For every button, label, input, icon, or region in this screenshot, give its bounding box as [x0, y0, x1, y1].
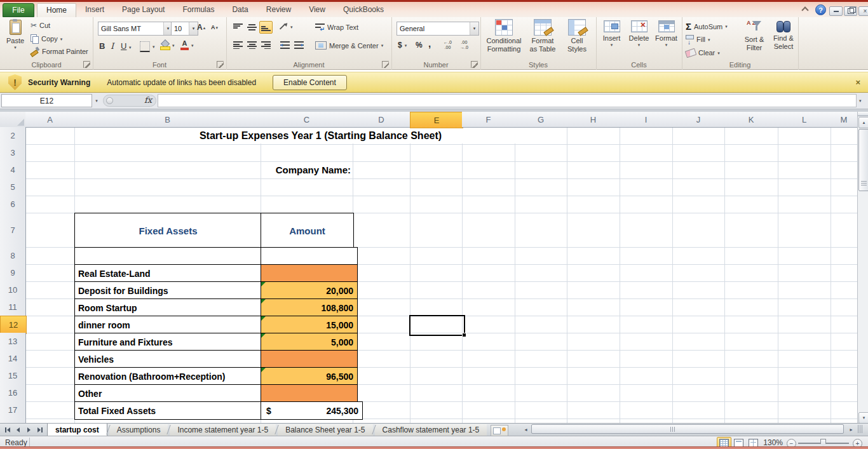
borders-button[interactable]: ▾ [140, 41, 155, 52]
file-tab[interactable]: File [3, 3, 34, 17]
grow-font-button[interactable]: A ▴ [197, 23, 205, 32]
format-dropdown-icon[interactable]: ▾ [665, 43, 668, 47]
orientation-button[interactable]: ▾ [278, 22, 293, 31]
horizontal-scroll-thumb[interactable] [531, 424, 844, 434]
clear-dropdown-icon[interactable]: ▾ [717, 51, 720, 55]
sort-filter-button[interactable]: A Z Sort & Filter [740, 19, 768, 60]
fill-color-dropdown-icon[interactable]: ▾ [172, 43, 175, 48]
minimize-ribbon-icon[interactable] [801, 6, 808, 13]
underline-button[interactable]: U [121, 41, 126, 51]
row-header-5[interactable]: 5 [0, 178, 26, 196]
row-header-8[interactable]: 8 [0, 247, 26, 265]
cell-b13[interactable]: Furniture and Fixtures [74, 333, 265, 351]
align-top-button[interactable] [231, 21, 245, 34]
previous-sheet-button[interactable] [13, 425, 23, 434]
font-size-combo[interactable]: 10 ▾ [171, 22, 198, 36]
tab-data[interactable]: Data [223, 3, 257, 17]
cell-c13[interactable]: 5,000 [261, 333, 358, 351]
cell-c11[interactable]: 108,800 [261, 298, 358, 317]
align-bottom-button[interactable] [259, 21, 273, 34]
row-header-partial[interactable] [0, 419, 26, 423]
font-size-dropdown-icon[interactable]: ▾ [189, 22, 198, 35]
sheet-tab-balance-sheet-year-1-5[interactable]: Balance Sheet year 1-5 [278, 424, 372, 436]
column-header-c[interactable]: C [261, 112, 353, 128]
row-header-15[interactable]: 15 [0, 367, 26, 385]
tab-formulas[interactable]: Formulas [173, 3, 223, 17]
cell-b14[interactable]: Vehicles [74, 350, 265, 368]
minimize-window-button[interactable] [829, 6, 843, 16]
format-as-table-button[interactable]: Format as Table [526, 19, 559, 60]
cell-b12[interactable]: dinner room [74, 316, 265, 334]
cell-c16[interactable] [261, 384, 358, 403]
cell-b8[interactable] [74, 247, 265, 265]
accounting-dropdown-icon[interactable]: ▾ [405, 43, 407, 48]
column-header-k[interactable]: K [724, 112, 778, 128]
sheet-tab-income-statement-year-1-5[interactable]: Income statement year 1-5 [170, 424, 276, 436]
scroll-up-icon[interactable]: ▴ [858, 117, 868, 128]
column-header-i[interactable]: I [620, 112, 673, 128]
align-left-button[interactable] [231, 39, 245, 51]
row-header-14[interactable]: 14 [0, 350, 26, 368]
insert-worksheet-button[interactable] [491, 425, 508, 436]
column-header-f[interactable]: F [462, 112, 515, 128]
column-header-g[interactable]: G [515, 112, 567, 128]
row-header-17[interactable]: 17 [0, 401, 26, 419]
row-header-11[interactable]: 11 [0, 298, 26, 316]
close-window-button[interactable]: × [858, 6, 868, 16]
shrink-font-button[interactable]: A ▾ [211, 24, 218, 30]
name-box-dropdown-icon[interactable]: ▾ [92, 94, 101, 107]
fill-button[interactable]: ↓ Fill ▾ [686, 35, 710, 44]
column-header-e[interactable]: E [410, 112, 463, 128]
table-header-fixed-assets[interactable]: Fixed Assets [74, 213, 262, 250]
cell-b16[interactable]: Other [74, 384, 265, 403]
comma-style-button[interactable]: , [428, 38, 431, 49]
row-header-7[interactable]: 7 [0, 213, 26, 248]
sheet-tab-assumptions[interactable]: Assumptions [109, 424, 168, 436]
column-header-d[interactable]: D [353, 112, 410, 128]
cell-b9[interactable]: Real Estate-Land [74, 264, 265, 283]
row-header-6[interactable]: 6 [0, 196, 26, 213]
last-sheet-button[interactable] [35, 425, 44, 434]
number-format-combo[interactable]: General ▾ [397, 22, 479, 36]
sheet-tab-startup-cost[interactable]: startup cost [47, 424, 107, 436]
orientation-dropdown-icon[interactable]: ▾ [290, 25, 293, 29]
cell-b15[interactable]: Renovation (Bathroom+Reception) [74, 367, 265, 385]
tab-view[interactable]: View [300, 3, 334, 17]
cell-styles-button[interactable]: Cell Styles [560, 19, 593, 60]
percent-style-button[interactable]: % [416, 41, 423, 50]
cell-b17[interactable]: Total Fixed Assets [74, 401, 265, 420]
merge-dropdown-icon[interactable]: ▾ [381, 43, 384, 48]
cell-b11[interactable]: Room Startup [74, 298, 265, 317]
insert-dropdown-icon[interactable]: ▾ [611, 43, 613, 47]
column-header-m[interactable]: M [831, 112, 858, 128]
enable-content-button[interactable]: Enable Content [273, 75, 347, 90]
restore-window-button[interactable] [844, 6, 857, 16]
autosum-button[interactable]: Σ AutoSum ▾ [686, 22, 728, 31]
align-middle-button[interactable] [245, 21, 259, 34]
column-header-a[interactable]: A [25, 112, 75, 128]
sheet-tab-cashflow-statement-year-1-5[interactable]: Cashflow statement year 1-5 [375, 424, 487, 436]
cell-b10[interactable]: Deposit for Buildings [74, 281, 265, 300]
format-painter-button[interactable]: Format Painter [31, 47, 88, 55]
row-header-12[interactable]: 12 [0, 316, 27, 334]
copy-button[interactable]: Copy ▾ [31, 34, 62, 43]
column-header-h[interactable]: H [567, 112, 620, 128]
insert-function-button[interactable] [106, 97, 113, 104]
fill-color-button[interactable]: ▾ [160, 41, 175, 50]
borders-dropdown-icon[interactable]: ▾ [153, 44, 155, 49]
font-name-combo[interactable]: Gill Sans MT ▾ [98, 22, 173, 36]
decrease-indent-button[interactable]: ◂ [278, 39, 292, 51]
insert-cells-button[interactable]: Insert ▾ [599, 20, 625, 58]
company-name-cell[interactable]: Company Name: [160, 162, 351, 177]
column-header-l[interactable]: L [778, 112, 831, 128]
sheet-title-cell[interactable]: Start-up Expenses Year 1 (Starting Balan… [75, 128, 566, 144]
cell-c8[interactable] [261, 247, 358, 265]
number-format-dropdown-icon[interactable]: ▾ [470, 22, 478, 35]
cell-c17[interactable]: $245,300 [261, 401, 363, 420]
paste-dropdown-icon[interactable]: ▾ [14, 45, 17, 50]
clear-button[interactable]: Clear ▾ [686, 49, 720, 57]
copy-dropdown-icon[interactable]: ▾ [60, 37, 63, 41]
cell-c15[interactable]: 96,500 [261, 367, 358, 385]
cell-c10[interactable]: 20,000 [261, 281, 358, 300]
help-button[interactable]: ? [815, 4, 826, 15]
